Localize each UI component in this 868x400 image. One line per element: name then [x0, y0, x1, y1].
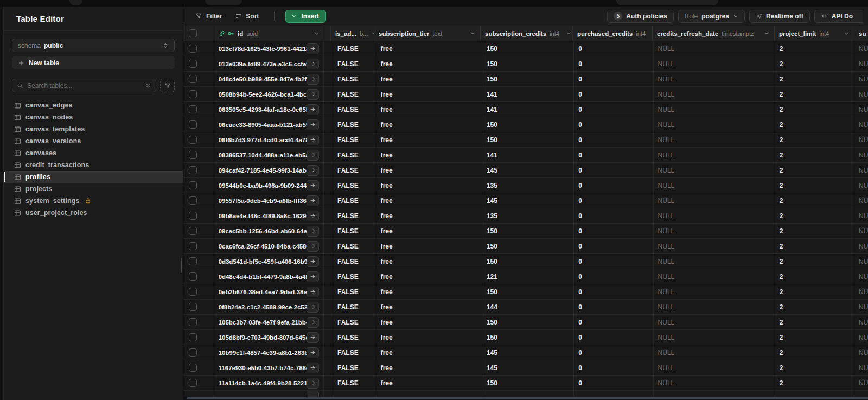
- row-checkbox[interactable]: [189, 364, 197, 372]
- column-header-is-admin[interactable]: is_ad... b...: [331, 26, 374, 41]
- sidebar-table-item[interactable]: canvas_templates: [4, 123, 183, 135]
- horizontal-scrollbar[interactable]: [183, 397, 868, 400]
- table-row[interactable]: 0cac6fca-26cf-4510-84ba-c4580... -0 FALS…: [183, 239, 868, 254]
- expand-row-button[interactable]: [307, 302, 319, 313]
- row-checkbox[interactable]: [189, 318, 197, 326]
- expand-row-button[interactable]: [307, 165, 319, 176]
- expand-row-button[interactable]: [307, 74, 319, 85]
- sort-button[interactable]: Sort: [231, 10, 263, 23]
- table-row[interactable]: 10b99c1f-4857-4c39-a8b1-263b8... 0 FALSE…: [183, 345, 868, 360]
- row-checkbox[interactable]: [189, 212, 197, 220]
- row-checkbox[interactable]: [189, 227, 197, 235]
- chevron-down-icon[interactable]: [314, 30, 320, 36]
- table-row[interactable]: 0d48e4d4-b1bf-4479-9a8b-4a4b... 00 FALSE…: [183, 269, 868, 284]
- row-checkbox[interactable]: [189, 303, 197, 311]
- chevron-down-icon[interactable]: [470, 30, 476, 36]
- expand-row-button[interactable]: [307, 363, 319, 373]
- expand-row-button[interactable]: [307, 241, 319, 252]
- column-header-clipped[interactable]: [324, 26, 331, 41]
- column-header-purchased-credits[interactable]: purchased_credits int4: [573, 26, 653, 41]
- expand-row-button[interactable]: [307, 347, 319, 358]
- table-row[interactable]: 048c4e50-b989-455e-847e-fb2f... 00 FALSE…: [183, 72, 868, 87]
- table-row[interactable]: 0eb2b676-38ed-4ea7-9dad-38e6... 00 FALSE…: [183, 284, 868, 300]
- sidebar-table-item[interactable]: canvas_edges: [4, 99, 183, 111]
- table-row[interactable]: 09557f5a-0dcb-4cb9-a6fb-fff366... 00 FAL…: [183, 193, 868, 208]
- table-row[interactable]: 06eaee33-8905-4aaa-b121-ab552... 0 FALSE…: [183, 117, 868, 132]
- expand-row-button[interactable]: [307, 317, 319, 328]
- expand-row-button[interactable]: [307, 211, 319, 221]
- table-row[interactable]: 013e039a-fd89-473a-a3c6-ccfa9... 00 FALS…: [183, 56, 868, 72]
- expand-row-button[interactable]: [307, 59, 319, 69]
- expand-row-button[interactable]: [307, 195, 319, 206]
- filter-button[interactable]: Filter: [191, 10, 226, 23]
- chevron-down-icon[interactable]: [566, 30, 572, 36]
- table-row[interactable]: 11a114cb-1a4c-49f4-9b28-52219ec... 00 FA…: [183, 376, 868, 391]
- sidebar-table-item[interactable]: profiles: [4, 171, 183, 183]
- table-row[interactable]: 0508b94b-5ee2-4626-bca1-4bca... -0 FALSE…: [183, 87, 868, 102]
- sidebar-table-item[interactable]: credit_transactions: [4, 159, 183, 171]
- role-select-button[interactable]: Role postgres: [678, 10, 745, 23]
- search-tables-input[interactable]: [27, 82, 141, 90]
- row-checkbox[interactable]: [189, 242, 197, 250]
- table-row[interactable]: 09544b0c-ba9b-496a-9b09-244... 0 FALSE f…: [183, 178, 868, 193]
- column-header-clipped-right[interactable]: su: [854, 26, 868, 41]
- table-row[interactable]: 08386537-10d4-488a-a11e-eb5a6... 0 FALSE…: [183, 148, 868, 163]
- expand-row-button[interactable]: [307, 226, 319, 237]
- filter-tables-button[interactable]: [160, 79, 175, 92]
- row-checkbox[interactable]: [189, 379, 197, 387]
- table-row[interactable]: 0d3d541d-bf5c-459f-a406-16b93... 00 FALS…: [183, 254, 868, 269]
- row-checkbox[interactable]: [189, 136, 197, 144]
- row-checkbox[interactable]: [189, 196, 197, 205]
- sidebar-table-item[interactable]: user_project_roles: [4, 207, 183, 219]
- row-checkbox[interactable]: [189, 90, 197, 98]
- expand-row-button[interactable]: [307, 287, 319, 297]
- expand-row-button[interactable]: [307, 271, 319, 282]
- table-row[interactable]: 063505e5-4293-4faf-a18c-0e65b... 00 FALS…: [183, 102, 868, 117]
- column-header-credits-refresh-date[interactable]: credits_refresh_date timestamptz: [653, 26, 775, 41]
- table-row[interactable]: 094caf42-7185-4e45-99f3-14abee... 00 FAL…: [183, 163, 868, 178]
- expand-row-button[interactable]: [307, 43, 319, 54]
- row-checkbox[interactable]: [189, 333, 197, 341]
- table-row[interactable]: 0f8b24e2-c1c2-4589-99ce-2c52d... 00 FALS…: [183, 300, 868, 315]
- insert-button[interactable]: Insert: [285, 10, 326, 23]
- expand-row-button[interactable]: [307, 180, 319, 191]
- schema-select[interactable]: schema public: [12, 39, 175, 52]
- realtime-toggle-button[interactable]: Realtime off: [749, 10, 810, 23]
- table-row[interactable]: 105bc3b7-03fe-4e7f-9efa-21bb40... 0 FALS…: [183, 315, 868, 330]
- expand-row-button[interactable]: [307, 135, 319, 145]
- table-row[interactable]: 105d8bf9-e703-49bd-807d-645e... -0 FALSE…: [183, 330, 868, 345]
- chevron-down-icon[interactable]: [764, 30, 770, 36]
- expand-row-button[interactable]: [307, 104, 319, 115]
- sidebar-table-item[interactable]: projects: [4, 183, 183, 195]
- column-header-subscription-tier[interactable]: subscription_tier text: [374, 26, 481, 41]
- select-all-checkbox[interactable]: [189, 29, 197, 37]
- table-row[interactable]: 09b8ae4e-f48c-4f89-8a8c-1629b... 00 FALS…: [183, 208, 868, 224]
- expand-row-button[interactable]: [307, 150, 319, 161]
- row-checkbox[interactable]: [189, 257, 197, 265]
- table-row[interactable]: 013cf78d-1625-43fc-9961-442189... 0 FALS…: [183, 41, 868, 56]
- column-header-subscription-credits[interactable]: subscription_credits int4: [481, 26, 573, 41]
- expand-row-button[interactable]: [307, 256, 319, 267]
- sidebar-table-item[interactable]: canvases: [4, 147, 183, 159]
- row-checkbox[interactable]: [189, 45, 197, 53]
- sidebar-table-item[interactable]: canvas_versions: [4, 135, 183, 147]
- column-header-id[interactable]: id uuid: [214, 26, 324, 41]
- api-docs-button[interactable]: API Do: [814, 10, 863, 23]
- expand-row-button[interactable]: [307, 332, 319, 343]
- auth-policies-button[interactable]: 5 Auth policies: [607, 10, 673, 23]
- table-row[interactable]: 09cac5bb-1256-46bd-ab60-64ed... 00 FALSE…: [183, 224, 868, 239]
- row-checkbox[interactable]: [189, 60, 197, 68]
- sidebar-table-item[interactable]: system_settings: [4, 195, 183, 207]
- row-checkbox[interactable]: [189, 151, 197, 159]
- row-checkbox[interactable]: [189, 181, 197, 189]
- row-checkbox[interactable]: [189, 288, 197, 296]
- row-checkbox[interactable]: [189, 166, 197, 174]
- row-checkbox[interactable]: [189, 120, 197, 129]
- row-checkbox[interactable]: [189, 348, 197, 357]
- chevron-down-icon[interactable]: [844, 30, 850, 36]
- table-row[interactable]: 1167e930-e5b0-43b7-b74c-788c9... 00 FALS…: [183, 360, 868, 376]
- sidebar-scrollbar-thumb[interactable]: [181, 258, 182, 273]
- row-checkbox[interactable]: [189, 272, 197, 281]
- row-checkbox[interactable]: [189, 105, 197, 113]
- expand-row-button[interactable]: [307, 378, 319, 389]
